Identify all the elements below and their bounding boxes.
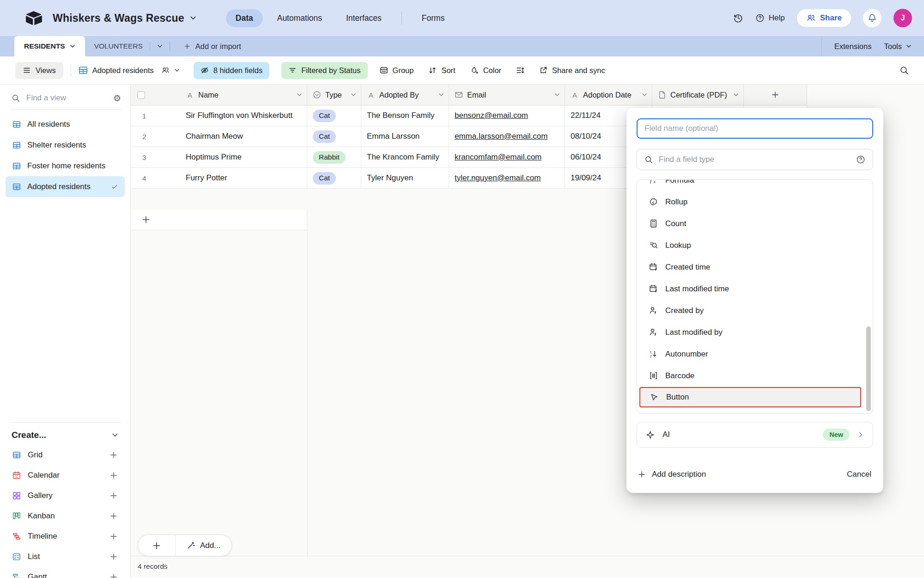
sidebar-view-item[interactable]: Adopted residents [6, 176, 125, 197]
sidebar-view-item[interactable]: All residents [6, 114, 125, 135]
base-menu-chevron-icon[interactable] [190, 15, 196, 21]
view-settings-gear-icon[interactable]: ⚙ [113, 94, 121, 103]
create-view-item[interactable]: 31 Calendar [6, 465, 125, 486]
plus-icon[interactable] [109, 573, 118, 578]
column-header-adoption-date[interactable]: A Adoption Date [565, 85, 652, 105]
adopted-by-cell[interactable]: The Krancom Family [361, 147, 449, 167]
sidebar-view-item[interactable]: Foster home residents [6, 155, 125, 176]
type-cell[interactable]: Cat [307, 105, 361, 126]
email-link[interactable]: krancomfam@email.com [455, 153, 541, 162]
create-view-item[interactable]: List [6, 547, 125, 567]
email-cell[interactable]: bensonz@email.com [449, 105, 565, 126]
create-view-item[interactable]: Timeline [6, 526, 125, 547]
create-view-item[interactable]: Kanban [6, 506, 125, 526]
field-type-formula[interactable]: fx Formula [637, 179, 873, 191]
notifications-button[interactable] [863, 9, 881, 27]
help-button[interactable]: Help [755, 13, 785, 23]
column-chevron-icon[interactable] [297, 92, 302, 98]
field-type-search-input[interactable] [659, 155, 850, 164]
hidden-fields-button[interactable]: 8 hidden fields [194, 62, 269, 79]
create-view-item[interactable]: Gallery [6, 486, 125, 506]
type-cell[interactable]: Rabbit [307, 147, 361, 167]
name-cell[interactable]: Furry Potter [180, 168, 307, 188]
ai-field-option[interactable]: AI New [637, 422, 873, 448]
field-type-option[interactable]: Created time [637, 256, 873, 278]
group-button[interactable]: Group [380, 66, 414, 75]
tools-button[interactable]: Tools [884, 36, 924, 56]
plus-icon[interactable] [109, 532, 118, 541]
name-cell[interactable]: Chairman Meow [180, 126, 307, 147]
row-height-button[interactable] [516, 66, 524, 74]
plus-icon[interactable] [109, 492, 118, 500]
nav-tab-forms[interactable]: Forms [412, 9, 455, 27]
cancel-button[interactable]: Cancel [847, 470, 871, 479]
column-chevron-icon[interactable] [351, 92, 356, 98]
field-type-option[interactable]: Button [639, 387, 861, 407]
filter-button[interactable]: Filtered by Status [281, 62, 367, 79]
tab-residents[interactable]: RESIDENTS [14, 36, 85, 56]
tab-volunteers[interactable]: VOLUNTEERS [94, 36, 143, 56]
type-cell[interactable]: Cat [307, 168, 361, 188]
create-section-header[interactable]: Create... [12, 430, 118, 440]
add-with-ai-button[interactable]: Add... [176, 541, 231, 550]
avatar[interactable]: J [894, 9, 912, 27]
adopted-by-cell[interactable]: The Benson Family [361, 105, 449, 126]
field-type-option[interactable]: Created by [637, 300, 873, 321]
name-cell[interactable]: Sir Fluffington von Whiskerbutt [180, 105, 307, 126]
view-switcher[interactable]: Adopted residents [79, 66, 180, 75]
add-field-button[interactable] [744, 85, 807, 105]
color-button[interactable]: Color [470, 66, 501, 75]
email-cell[interactable]: emma.larsson@email.com [449, 126, 565, 147]
field-name-input[interactable] [637, 118, 873, 139]
adopted-by-cell[interactable]: Emma Larsson [361, 126, 449, 147]
field-type-option[interactable]: Last modified by [637, 321, 873, 343]
airtable-logo-icon[interactable] [25, 11, 43, 25]
email-link[interactable]: tyler.nguyen@email.com [455, 173, 541, 183]
add-or-import-button[interactable]: Add or import [184, 36, 241, 56]
table-list-chevron-icon[interactable] [157, 43, 163, 49]
history-icon[interactable] [733, 13, 743, 23]
add-row-button[interactable] [131, 209, 307, 230]
scrollbar-thumb[interactable] [866, 326, 871, 411]
field-type-search[interactable] [637, 149, 873, 170]
column-chevron-icon[interactable] [642, 92, 647, 98]
find-view-input[interactable] [26, 93, 86, 103]
select-all-checkbox[interactable] [137, 91, 145, 99]
field-type-option[interactable]: Lookup [637, 234, 873, 256]
plus-icon[interactable] [109, 471, 118, 480]
column-header-adopted-by[interactable]: A Adopted By [361, 85, 449, 105]
plus-icon[interactable] [109, 512, 118, 520]
nav-tab-interfaces[interactable]: Interfaces [336, 9, 391, 27]
share-and-sync-button[interactable]: Share and sync [539, 66, 605, 75]
plus-icon[interactable] [109, 553, 118, 561]
column-chevron-icon[interactable] [438, 92, 444, 98]
column-chevron-icon[interactable] [554, 92, 560, 98]
email-link[interactable]: emma.larsson@email.com [455, 132, 547, 141]
field-type-option[interactable]: Barcode [637, 365, 873, 387]
nav-tab-data[interactable]: Data [226, 9, 263, 27]
question-circle-icon[interactable] [856, 155, 865, 164]
add-description-button[interactable]: Add description [638, 470, 706, 479]
column-header-email[interactable]: Email [449, 85, 565, 105]
column-header-certificate[interactable]: Certificate (PDF) [652, 85, 744, 105]
email-cell[interactable]: krancomfam@email.com [449, 147, 565, 167]
column-chevron-icon[interactable] [733, 92, 739, 98]
extensions-button[interactable]: Extensions [822, 36, 884, 56]
field-type-option[interactable]: 12 Autonumber [637, 343, 873, 365]
name-cell[interactable]: Hoptimus Prime [180, 147, 307, 167]
search-icon[interactable] [900, 66, 909, 75]
adopted-by-cell[interactable]: Tyler Nguyen [361, 168, 449, 188]
column-header-name[interactable]: A Name [180, 85, 307, 105]
row-number-cell[interactable]: 4 [131, 168, 180, 188]
field-type-option[interactable]: Count [637, 213, 873, 234]
views-button[interactable]: Views [15, 62, 63, 79]
create-view-item[interactable]: Grid [6, 445, 125, 465]
add-record-button[interactable] [138, 541, 175, 550]
email-cell[interactable]: tyler.nguyen@email.com [449, 168, 565, 188]
plus-icon[interactable] [109, 451, 118, 459]
type-cell[interactable]: Cat [307, 126, 361, 147]
nav-tab-automations[interactable]: Automations [267, 9, 332, 27]
column-header-type[interactable]: Type [307, 85, 361, 105]
email-link[interactable]: bensonz@email.com [455, 111, 528, 120]
row-number-cell[interactable]: 1 [131, 105, 180, 126]
